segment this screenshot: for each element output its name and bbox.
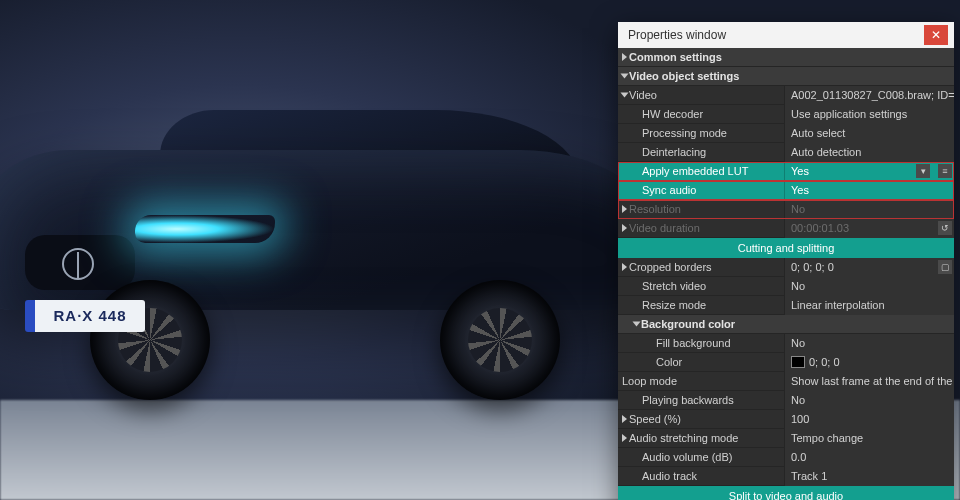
close-icon[interactable]: ✕ <box>924 25 948 45</box>
prop-label: Apply embedded LUT <box>618 162 784 181</box>
prop-label: Stretch video <box>618 277 784 296</box>
chevron-right-icon <box>622 415 627 423</box>
prop-value[interactable]: Use application settings <box>784 105 954 124</box>
prop-label: Cropped borders <box>629 258 712 277</box>
prop-value[interactable]: 0.0 <box>784 448 954 467</box>
section-label: Video object settings <box>629 67 739 86</box>
row-playing-backwards[interactable]: Playing backwards No <box>618 391 954 410</box>
chevron-down-icon <box>633 322 641 327</box>
prop-value[interactable]: Show last frame at the end of the vide <box>784 372 954 391</box>
row-resize-mode[interactable]: Resize mode Linear interpolation <box>618 296 954 315</box>
chevron-right-icon <box>622 224 627 232</box>
row-deinterlacing[interactable]: Deinterlacing Auto detection <box>618 143 954 162</box>
prop-value[interactable]: No <box>784 391 954 410</box>
prop-label: Playing backwards <box>618 391 784 410</box>
color-swatch[interactable] <box>791 356 805 368</box>
prop-label: HW decoder <box>618 105 784 124</box>
prop-label: Video duration <box>629 219 700 238</box>
prop-value: A002_01130827_C008.braw; ID=1 <box>791 86 954 105</box>
prop-label: Audio volume (dB) <box>618 448 784 467</box>
section-label: Common settings <box>629 48 722 67</box>
prop-value[interactable]: No <box>784 334 954 353</box>
prop-value[interactable]: 100 <box>784 410 954 429</box>
license-plate: RA·X 448 <box>25 300 145 332</box>
row-fill-background[interactable]: Fill background No <box>618 334 954 353</box>
row-video[interactable]: Video A002_01130827_C008.braw; ID=1 ⋯ <box>618 86 954 105</box>
chevron-right-icon <box>622 434 627 442</box>
prop-label: Speed (%) <box>629 410 681 429</box>
prop-value[interactable]: Yes <box>784 181 954 200</box>
crop-icon[interactable]: ▢ <box>938 260 952 274</box>
chevron-down-icon <box>621 74 629 79</box>
chevron-right-icon <box>622 53 627 61</box>
headlight <box>135 215 275 243</box>
properties-panel: Properties window ✕ Common settings Vide… <box>618 22 954 500</box>
prop-value[interactable]: 0; 0; 0; 0 <box>791 258 834 277</box>
prop-value[interactable]: Yes <box>791 162 809 181</box>
reset-icon[interactable]: ↺ <box>938 221 952 235</box>
prop-value[interactable]: Linear interpolation <box>784 296 954 315</box>
prop-value: No <box>784 200 954 219</box>
front-wheel <box>90 280 210 400</box>
prop-value[interactable]: Auto detection <box>784 143 954 162</box>
prop-label: Loop mode <box>618 372 784 391</box>
row-speed[interactable]: Speed (%) 100 <box>618 410 954 429</box>
row-sync-audio[interactable]: Sync audio Yes <box>618 181 954 200</box>
prop-label: Deinterlacing <box>618 143 784 162</box>
chevron-right-icon <box>622 205 627 213</box>
row-audio-stretching-mode[interactable]: Audio stretching mode Tempo change <box>618 429 954 448</box>
row-apply-embedded-lut[interactable]: Apply embedded LUT Yes ▾ ≡ <box>618 162 954 181</box>
row-cropped-borders[interactable]: Cropped borders 0; 0; 0; 0 ▢ <box>618 258 954 277</box>
row-audio-volume[interactable]: Audio volume (dB) 0.0 <box>618 448 954 467</box>
row-loop-mode[interactable]: Loop mode Show last frame at the end of … <box>618 372 954 391</box>
prop-label: Audio track <box>618 467 784 486</box>
cutting-splitting-button[interactable]: Cutting and splitting <box>618 238 954 258</box>
prop-value[interactable]: Track 1 <box>784 467 954 486</box>
section-common-settings[interactable]: Common settings <box>618 48 954 67</box>
dropdown-icon[interactable]: ▾ <box>916 164 930 178</box>
section-label: Background color <box>641 315 735 334</box>
rear-wheel <box>440 280 560 400</box>
titlebar[interactable]: Properties window ✕ <box>618 22 954 48</box>
section-background-color[interactable]: Background color <box>618 315 954 334</box>
row-resolution: Resolution No <box>618 200 954 219</box>
prop-value[interactable]: 0; 0; 0 <box>809 353 840 372</box>
prop-label: Sync audio <box>618 181 784 200</box>
row-video-duration: Video duration 00:00:01.03 ↺ <box>618 219 954 238</box>
car-silhouette: RA·X 448 <box>0 120 680 380</box>
prop-label: Processing mode <box>618 124 784 143</box>
chevron-right-icon <box>622 263 627 271</box>
row-hw-decoder[interactable]: HW decoder Use application settings <box>618 105 954 124</box>
row-color[interactable]: Color 0; 0; 0 <box>618 353 954 372</box>
settings-icon[interactable]: ≡ <box>938 164 952 178</box>
prop-label: Audio stretching mode <box>629 429 738 448</box>
row-audio-track[interactable]: Audio track Track 1 <box>618 467 954 486</box>
row-processing-mode[interactable]: Processing mode Auto select <box>618 124 954 143</box>
window-title: Properties window <box>628 28 726 42</box>
prop-label: Resize mode <box>618 296 784 315</box>
prop-value[interactable]: Tempo change <box>784 429 954 448</box>
prop-label: Color <box>618 353 784 372</box>
prop-label: Resolution <box>629 200 681 219</box>
prop-value: 00:00:01.03 <box>791 219 849 238</box>
prop-label: Fill background <box>618 334 784 353</box>
row-stretch-video[interactable]: Stretch video No <box>618 277 954 296</box>
section-video-object-settings[interactable]: Video object settings <box>618 67 954 86</box>
prop-label: Video <box>629 86 657 105</box>
chevron-down-icon <box>621 93 629 98</box>
prop-value[interactable]: Auto select <box>784 124 954 143</box>
split-to-video-audio-button[interactable]: Split to video and audio <box>618 486 954 500</box>
prop-value[interactable]: No <box>784 277 954 296</box>
emblem-icon <box>62 248 94 280</box>
